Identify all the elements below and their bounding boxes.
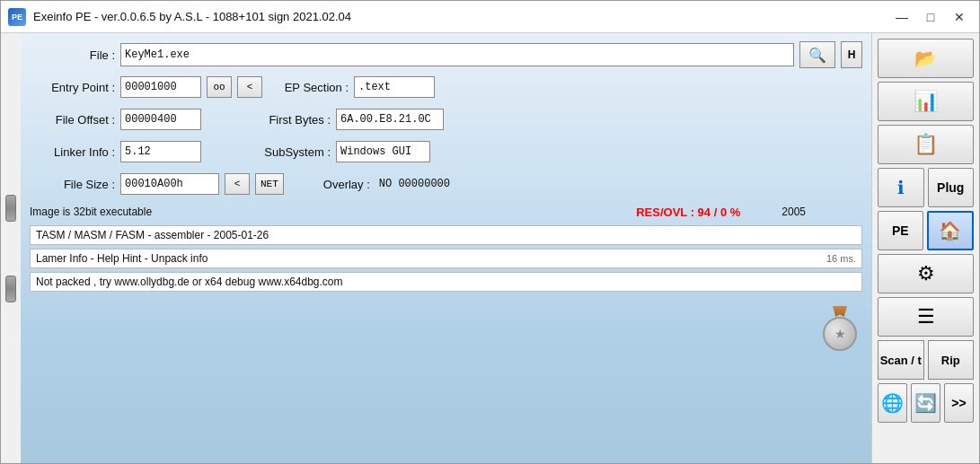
- chart-button[interactable]: 📊: [878, 82, 974, 121]
- file-offset-row: File Offset : First Bytes :: [30, 105, 862, 134]
- right-panel: 📂 📊 📋 ℹ Plug PE: [871, 33, 979, 463]
- first-bytes-label: First Bytes :: [250, 113, 331, 127]
- image-info-text: Image is 32bit executable: [30, 206, 152, 218]
- home-icon: 🏠: [939, 220, 961, 241]
- open-file-icon: 📂: [914, 48, 937, 69]
- entry-point-input[interactable]: [120, 76, 201, 98]
- grip-handle-bottom: [5, 276, 16, 302]
- file-input[interactable]: [120, 43, 794, 66]
- app-icon: PE: [8, 8, 26, 26]
- lt-button[interactable]: <: [237, 76, 262, 98]
- search-button[interactable]: 🔍: [799, 41, 835, 68]
- scan-label: Scan / t: [880, 354, 922, 367]
- oo-button[interactable]: oo: [207, 76, 232, 98]
- h-button[interactable]: H: [841, 41, 862, 68]
- file-size-label: File Size :: [30, 178, 115, 191]
- gear-button[interactable]: ⚙: [878, 254, 974, 293]
- info-bar-1[interactable]: TASM / MASM / FASM - assembler - 2005-01…: [30, 225, 862, 245]
- info-bar-2[interactable]: Lamer Info - Help Hint - Unpack info 16 …: [30, 249, 862, 268]
- close-button[interactable]: ✕: [947, 6, 972, 28]
- linker-info-label: Linker Info :: [30, 145, 115, 159]
- left-grip: [1, 33, 21, 463]
- file-label: File :: [30, 48, 115, 62]
- file-size-row: File Size : < NET Overlay : NO 00000000: [30, 170, 862, 198]
- plug-label: Plug: [937, 180, 964, 195]
- file-size-input[interactable]: [120, 173, 219, 195]
- year-text: 2005: [781, 206, 806, 218]
- copy-button[interactable]: 📋: [878, 125, 974, 164]
- restore-button[interactable]: □: [918, 6, 943, 28]
- minimize-button[interactable]: —: [889, 6, 914, 28]
- grip-handle-top: [5, 195, 16, 222]
- medal-ribbon: [833, 306, 847, 317]
- linker-row: Linker Info : SubSystem :: [30, 137, 862, 166]
- plug-button[interactable]: Plug: [928, 168, 975, 207]
- info-bar-1-text: TASM / MASM / FASM - assembler - 2005-01…: [36, 229, 269, 241]
- pe-button[interactable]: PE: [878, 211, 923, 250]
- file-offset-input[interactable]: [120, 109, 201, 130]
- medal-circle: ★: [823, 317, 857, 351]
- copy-icon: 📋: [914, 133, 938, 156]
- medal-icon: ★: [823, 306, 857, 351]
- forward-label: >>: [951, 396, 966, 410]
- scan-rip-row: Scan / t Rip: [878, 340, 974, 380]
- open-file-button[interactable]: 📂: [878, 39, 974, 78]
- content-area: File : 🔍 H Entry Point : oo < EP Section…: [1, 33, 979, 463]
- entry-point-row: Entry Point : oo < EP Section :: [30, 73, 862, 101]
- res-ovl-text: RES/OVL : 94 / 0 %: [636, 206, 740, 219]
- overlay-value: NO 00000000: [375, 178, 450, 190]
- file-row: File : 🔍 H: [30, 40, 862, 69]
- list-button[interactable]: ☰: [878, 297, 974, 337]
- globe-icon: 🌐: [881, 392, 904, 414]
- image-info-row: Image is 32bit executable RES/OVL : 94 /…: [30, 202, 862, 222]
- rip-button[interactable]: Rip: [928, 340, 975, 380]
- rip-label: Rip: [941, 354, 960, 367]
- scan-button[interactable]: Scan / t: [878, 340, 924, 380]
- entry-point-label: Entry Point :: [30, 81, 115, 94]
- ep-section-input[interactable]: [354, 76, 435, 98]
- chart-icon: 📊: [914, 90, 938, 113]
- pe-label: PE: [892, 223, 909, 238]
- window-title: Exeinfo PE - ver.0.0.6.5 by A.S.L - 1088…: [33, 10, 889, 23]
- list-icon: ☰: [917, 305, 935, 328]
- medal-area: ★: [817, 302, 862, 355]
- titlebar: PE Exeinfo PE - ver.0.0.6.5 by A.S.L - 1…: [1, 1, 979, 33]
- info-icon: ℹ: [897, 177, 905, 198]
- refresh-button[interactable]: 🔄: [911, 383, 940, 423]
- subsystem-input[interactable]: [336, 141, 430, 162]
- window-controls: — □ ✕: [889, 6, 972, 28]
- first-bytes-input[interactable]: [336, 109, 444, 130]
- info-bar-3[interactable]: Not packed , try www.ollydbg.de or x64 d…: [30, 272, 862, 292]
- info-button[interactable]: ℹ: [878, 168, 924, 207]
- timer-text: 16 ms.: [826, 253, 856, 264]
- home-button[interactable]: 🏠: [927, 211, 975, 250]
- refresh-icon: 🔄: [914, 392, 937, 414]
- info-bar-2-text: Lamer Info - Help Hint - Unpack info: [36, 252, 207, 265]
- bottom-icon-row: 🌐 🔄 >>: [878, 383, 974, 423]
- main-panel: File : 🔍 H Entry Point : oo < EP Section…: [21, 33, 871, 463]
- info-bar-3-text: Not packed , try www.ollydbg.de or x64 d…: [36, 276, 343, 288]
- ep-section-label: EP Section :: [268, 81, 349, 94]
- file-offset-label: File Offset :: [30, 113, 115, 127]
- net-button[interactable]: NET: [255, 173, 284, 195]
- subsystem-label: SubSystem :: [250, 145, 331, 159]
- forward-button[interactable]: >>: [944, 383, 974, 423]
- linker-info-input[interactable]: [120, 141, 201, 162]
- gear-icon: ⚙: [917, 262, 935, 285]
- filesize-lt-button[interactable]: <: [225, 173, 250, 195]
- main-window: PE Exeinfo PE - ver.0.0.6.5 by A.S.L - 1…: [0, 0, 980, 464]
- overlay-label: Overlay :: [289, 178, 370, 191]
- globe-button[interactable]: 🌐: [878, 383, 907, 423]
